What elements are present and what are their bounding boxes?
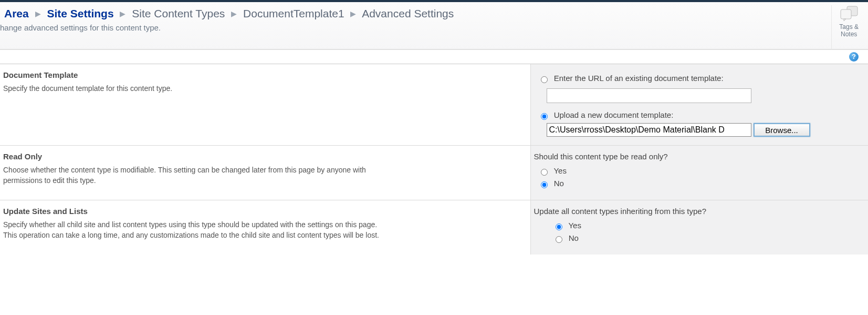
radio-read-only-no[interactable] (541, 181, 548, 188)
question-read-only: Should this content type be read only? (534, 152, 861, 161)
input-template-url[interactable] (547, 88, 751, 103)
tags-notes-icon (840, 5, 859, 21)
radio-read-only-yes[interactable] (541, 169, 548, 176)
breadcrumb-site-content-types: Site Content Types (132, 7, 225, 19)
radio-update-no[interactable] (556, 236, 562, 243)
section-title-read-only: Read Only (3, 152, 523, 161)
radio-enter-url[interactable] (541, 76, 548, 83)
label-enter-url: Enter the URL of an existing document te… (554, 74, 724, 83)
settings-form: Document Template Specify the document t… (0, 64, 868, 255)
tags-notes-button[interactable]: Tags & Notes (831, 5, 859, 49)
breadcrumb-area[interactable]: Area (4, 7, 29, 19)
chevron-right-icon: ▶ (117, 9, 129, 18)
svg-rect-1 (841, 9, 851, 19)
label-update-no: No (569, 233, 579, 242)
help-bar: ? (0, 49, 868, 64)
breadcrumb-document-template: DocumentTemplate1 (243, 7, 344, 19)
chevron-right-icon: ▶ (347, 9, 359, 18)
browse-button[interactable]: Browse... (754, 123, 810, 137)
input-file-path[interactable]: C:\Users\rross\Desktop\Demo Material\Bla… (547, 123, 751, 137)
label-read-only-yes: Yes (553, 166, 566, 175)
section-desc-read-only: Choose whether the content type is modif… (3, 165, 381, 186)
chevron-right-icon: ▶ (32, 9, 44, 18)
breadcrumb: Area ▶ Site Settings ▶ Site Content Type… (0, 5, 868, 21)
radio-upload-template[interactable] (541, 113, 548, 120)
label-update-yes: Yes (568, 221, 581, 230)
question-update: Update all content types inheriting from… (534, 207, 861, 216)
chevron-right-icon: ▶ (228, 9, 240, 18)
section-desc-document-template: Specify the document template for this c… (3, 84, 381, 94)
section-desc-update: Specify whether all child site and list … (3, 220, 381, 240)
help-icon[interactable]: ? (849, 52, 859, 62)
tags-notes-label: Tags & Notes (839, 23, 859, 38)
breadcrumb-site-settings[interactable]: Site Settings (47, 7, 113, 19)
radio-update-yes[interactable] (556, 223, 562, 230)
page-header: Area ▶ Site Settings ▶ Site Content Type… (0, 2, 868, 49)
label-read-only-no: No (554, 179, 564, 188)
section-title-document-template: Document Template (3, 70, 523, 79)
breadcrumb-advanced-settings: Advanced Settings (362, 7, 454, 19)
section-title-update: Update Sites and Lists (3, 207, 523, 216)
label-upload-template: Upload a new document template: (554, 110, 674, 119)
page-subtitle: hange advanced settings for this content… (0, 21, 868, 34)
